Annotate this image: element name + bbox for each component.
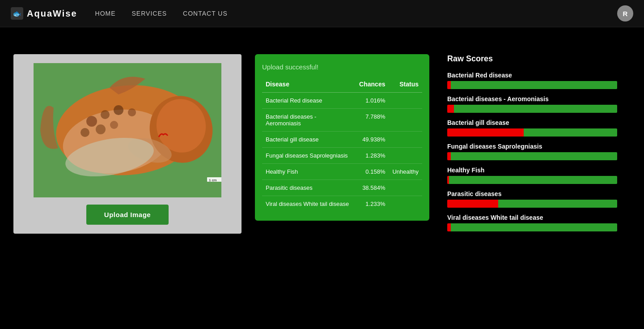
brand: 🐟 AquaWise bbox=[11, 7, 77, 20]
score-bar-green bbox=[451, 81, 617, 89]
score-bar bbox=[447, 128, 617, 137]
disease-chances: 1.283% bbox=[356, 148, 389, 164]
main-content: 1 cm Upload Image Upload successful! Dis… bbox=[0, 27, 644, 251]
score-label: Bacterial gill disease bbox=[447, 119, 631, 126]
score-bar-red bbox=[447, 81, 451, 89]
disease-status bbox=[389, 132, 422, 148]
image-container: 1 cm Upload Image bbox=[13, 54, 242, 234]
score-label: Bacterial diseases - Aeromoniasis bbox=[447, 95, 631, 103]
score-bar-green bbox=[498, 200, 617, 208]
score-bar-green bbox=[451, 152, 617, 160]
navbar: 🐟 AquaWise HOME SERVICES CONTACT US R bbox=[0, 0, 644, 27]
score-bar-red bbox=[447, 223, 451, 231]
disease-chances: 49.938% bbox=[356, 132, 389, 148]
svg-point-9 bbox=[80, 128, 89, 137]
col-chances: Chances bbox=[356, 78, 389, 93]
col-disease: Disease bbox=[262, 78, 356, 93]
disease-name: Parasitic diseases bbox=[262, 180, 356, 196]
scores-title: Raw Scores bbox=[447, 54, 631, 64]
disease-chances: 0.158% bbox=[356, 164, 389, 180]
disease-chances: 38.584% bbox=[356, 180, 389, 196]
score-item: Viral diseases White tail disease bbox=[447, 214, 631, 231]
svg-point-4 bbox=[101, 110, 110, 119]
table-row: Healthy Fish 0.158% Unhealthy bbox=[262, 164, 422, 180]
score-bar-green bbox=[454, 105, 617, 113]
brand-icon: 🐟 bbox=[11, 7, 23, 20]
results-panel: Upload successful! Disease Chances Statu… bbox=[255, 54, 429, 221]
results-table: Disease Chances Status Bacterial Red dis… bbox=[262, 78, 422, 212]
score-bar-red bbox=[447, 200, 498, 208]
disease-name: Bacterial diseases - Aeromoniasis bbox=[262, 109, 356, 132]
avatar[interactable]: R bbox=[617, 5, 633, 21]
svg-point-6 bbox=[128, 108, 136, 116]
table-row: Parasitic diseases 38.584% bbox=[262, 180, 422, 196]
image-panel: 1 cm Upload Image bbox=[13, 54, 242, 234]
table-row: Bacterial gill disease 49.938% bbox=[262, 132, 422, 148]
disease-chances: 7.788% bbox=[356, 109, 389, 132]
svg-text:1 cm: 1 cm bbox=[209, 178, 217, 182]
disease-name: Bacterial gill disease bbox=[262, 132, 356, 148]
brand-name: AquaWise bbox=[27, 9, 77, 19]
score-bar bbox=[447, 81, 617, 89]
disease-chances: 1.233% bbox=[356, 196, 389, 212]
disease-name: Healthy Fish bbox=[262, 164, 356, 180]
score-label: Fungal diseases Saprolegniasis bbox=[447, 143, 631, 150]
score-bar-red bbox=[447, 152, 451, 160]
score-label: Healthy Fish bbox=[447, 167, 631, 174]
table-row: Fungal diseases Saprolegniasis 1.283% bbox=[262, 148, 422, 164]
score-bar-red bbox=[447, 105, 454, 113]
scores-panel: Raw Scores Bacterial Red disease Bacteri… bbox=[443, 54, 631, 238]
disease-name: Viral diseases White tail disease bbox=[262, 196, 356, 212]
score-bar-green bbox=[451, 223, 617, 231]
svg-point-7 bbox=[96, 124, 106, 134]
disease-status bbox=[389, 196, 422, 212]
disease-status bbox=[389, 180, 422, 196]
score-bar bbox=[447, 152, 617, 160]
svg-point-5 bbox=[114, 105, 123, 115]
scores-container: Bacterial Red disease Bacterial diseases… bbox=[447, 72, 631, 231]
upload-success-message: Upload successful! bbox=[262, 63, 422, 71]
disease-name: Bacterial Red disease bbox=[262, 93, 356, 109]
svg-point-8 bbox=[110, 121, 118, 129]
nav-links: HOME SERVICES CONTACT US bbox=[95, 10, 617, 17]
score-label: Parasitic diseases bbox=[447, 190, 631, 197]
score-item: Fungal diseases Saprolegniasis bbox=[447, 143, 631, 160]
score-bar bbox=[447, 223, 617, 231]
col-status: Status bbox=[389, 78, 422, 93]
fish-image: 1 cm bbox=[34, 63, 221, 197]
score-item: Bacterial Red disease bbox=[447, 72, 631, 89]
score-bar-red bbox=[447, 128, 524, 137]
table-row: Bacterial diseases - Aeromoniasis 7.788% bbox=[262, 109, 422, 132]
disease-status bbox=[389, 148, 422, 164]
disease-status: Unhealthy bbox=[389, 164, 422, 180]
score-item: Bacterial gill disease bbox=[447, 119, 631, 137]
score-bar-green bbox=[524, 128, 617, 137]
nav-home[interactable]: HOME bbox=[95, 10, 116, 17]
table-row: Viral diseases White tail disease 1.233% bbox=[262, 196, 422, 212]
score-bar-green bbox=[449, 176, 617, 184]
disease-status bbox=[389, 109, 422, 132]
table-row: Bacterial Red disease 1.016% bbox=[262, 93, 422, 109]
score-item: Bacterial diseases - Aeromoniasis bbox=[447, 95, 631, 113]
disease-chances: 1.016% bbox=[356, 93, 389, 109]
svg-point-3 bbox=[86, 116, 97, 127]
disease-name: Fungal diseases Saprolegniasis bbox=[262, 148, 356, 164]
score-item: Healthy Fish bbox=[447, 167, 631, 184]
nav-services[interactable]: SERVICES bbox=[132, 10, 167, 17]
disease-status bbox=[389, 93, 422, 109]
score-item: Parasitic diseases bbox=[447, 190, 631, 208]
score-label: Bacterial Red disease bbox=[447, 72, 631, 79]
upload-image-button[interactable]: Upload Image bbox=[86, 205, 169, 225]
score-bar bbox=[447, 176, 617, 184]
score-bar bbox=[447, 105, 617, 113]
nav-contact[interactable]: CONTACT US bbox=[183, 10, 228, 17]
score-bar bbox=[447, 200, 617, 208]
score-label: Viral diseases White tail disease bbox=[447, 214, 631, 221]
